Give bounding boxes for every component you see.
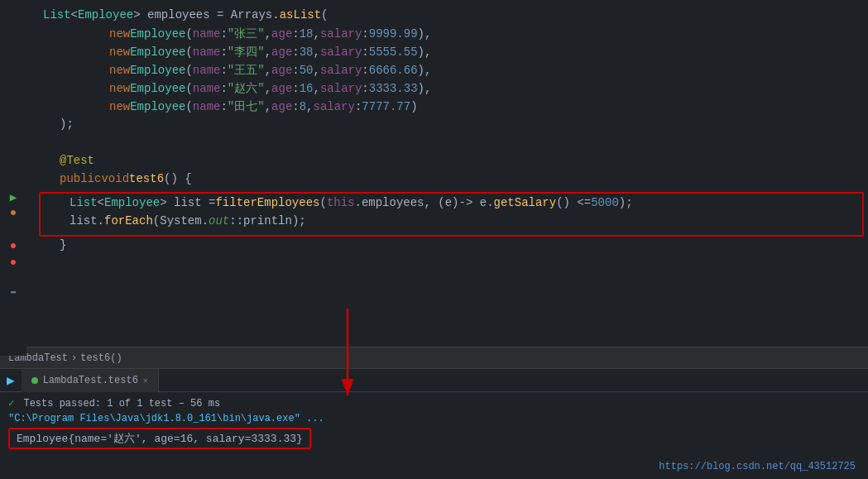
error-icon-1: ●: [10, 206, 17, 219]
tab-green-dot: [31, 377, 38, 384]
code-line-emp4: new Employee ( name : "赵六" , age : 16 , …: [26, 81, 868, 99]
java-cmd-line: "C:\Program Files\Java\jdk1.8.0_161\bin\…: [8, 411, 860, 426]
editor-container: ▶ ● ● ● ▬ List<Employee> employees = Arr…: [0, 0, 868, 479]
code-line-emp3: new Employee ( name : "王五" , age : 50 , …: [26, 63, 868, 81]
code-line-method: public void test6 () {: [26, 172, 868, 190]
red-arrow: [281, 304, 447, 412]
left-sidebar: ▶ ● ● ● ▬: [0, 0, 26, 356]
code-line-brace: }: [26, 238, 868, 256]
code-line-emp5: new Employee ( name : "田七" , age : 8 , s…: [26, 99, 868, 117]
output-result-box: Employee{name='赵六', age=16, salary=3333.…: [8, 428, 311, 449]
code-line-blank: [26, 136, 868, 154]
error-icon-3: ●: [10, 256, 17, 269]
run-icon[interactable]: ▶: [10, 190, 17, 204]
code-line-emp2: new Employee ( name : "李四" , age : 38 , …: [26, 45, 868, 63]
tab-lambdatest[interactable]: LambdaTest.test6 ✕: [22, 369, 159, 392]
collapse-icon[interactable]: ▬: [11, 287, 16, 296]
code-line-emp1: new Employee ( name : "张三" , age : 18 , …: [26, 26, 868, 45]
output-result-text: Employee{name='赵六', age=16, salary=3333.…: [17, 433, 303, 445]
code-text: List<Employee> employees = Arrays.asList…: [43, 8, 328, 22]
tab-close-icon[interactable]: ✕: [143, 376, 148, 386]
run-tab-icon[interactable]: ▶: [0, 372, 22, 389]
csdn-link[interactable]: https://blog.csdn.net/qq_43512725: [659, 461, 856, 472]
code-line-filter: List < Employee > list = filterEmployees…: [45, 196, 858, 214]
highlighted-code-block: List < Employee > list = filterEmployees…: [39, 192, 864, 237]
tab-label: LambdaTest.test6: [43, 375, 138, 386]
code-line-1: List<Employee> employees = Arrays.asList…: [26, 8, 868, 26]
breadcrumb-sep: ›: [71, 352, 77, 364]
output-result-wrapper: Employee{name='赵六', age=16, salary=3333.…: [8, 426, 860, 451]
code-line-annotation: @Test: [26, 154, 868, 172]
breadcrumb-method: test6(): [80, 352, 122, 364]
code-editor: List<Employee> employees = Arrays.asList…: [26, 0, 868, 356]
code-line-foreach: list. forEach (System. out ::println);: [45, 214, 858, 232]
code-line-close: );: [26, 117, 868, 136]
error-icon-2: ●: [10, 239, 17, 252]
